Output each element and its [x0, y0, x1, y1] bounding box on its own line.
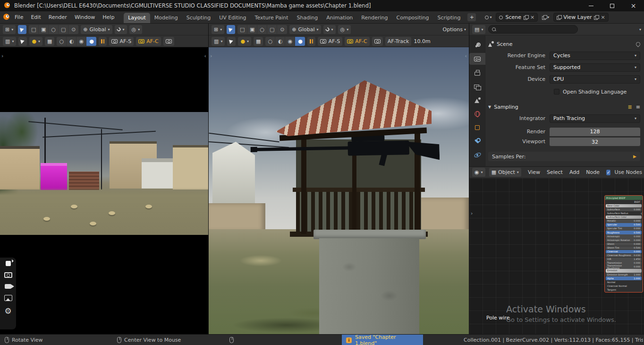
view-layer-selector[interactable]: View Layer × [553, 13, 609, 22]
render-samples-field[interactable]: 128 [550, 128, 640, 136]
workspace-tab[interactable]: Sculpting [182, 13, 215, 23]
menu-item[interactable]: Render [45, 13, 71, 22]
node-input-row[interactable]: Specular Tint 0.000 [606, 227, 642, 231]
node-input-row[interactable]: Specular 0.500 [606, 223, 642, 227]
tab-tool[interactable] [469, 39, 485, 51]
snap-toggle-button[interactable]: ▾ [115, 25, 127, 34]
tab-physics[interactable] [469, 149, 485, 161]
toolbar-expand-icon[interactable]: › [1, 53, 3, 59]
editor-type-button[interactable]: ⊞▾ [3, 25, 16, 34]
preset-icon[interactable]: ≣ [628, 104, 632, 110]
xray-toggle-button[interactable]: ▦ [254, 37, 263, 46]
tab-render[interactable] [469, 53, 485, 65]
minimize-button[interactable] [580, 0, 602, 11]
af-pause-button[interactable] [307, 37, 315, 46]
view-layer-browse-button[interactable]: ▾ [541, 14, 551, 20]
rendered-shading-icon[interactable]: ● [86, 37, 96, 46]
node-output-row[interactable]: BSDF [606, 200, 642, 204]
shader-menu-item[interactable]: Node [583, 168, 602, 176]
editor-type-button[interactable]: ⊞▾ [212, 25, 224, 34]
workspace-tab[interactable]: Animation [322, 13, 357, 23]
snap-toggle-button[interactable]: ▾ [323, 25, 336, 34]
principled-bsdf-node[interactable]: Principled BSDF BSDF Base Color Subsurfa… [604, 195, 643, 293]
menu-item[interactable]: Edit [27, 13, 44, 22]
af-extra-button[interactable] [372, 37, 383, 46]
viewport-3d-content[interactable]: › ‹ [209, 47, 469, 334]
af-track-button[interactable]: AF-Track [385, 37, 412, 46]
workspace-tab[interactable]: Compositing [392, 13, 433, 23]
proportional-edit-button[interactable]: ◎▾ [129, 25, 143, 34]
tab-scene[interactable] [469, 94, 485, 106]
image-tool-icon[interactable] [4, 295, 12, 301]
material-shading-icon[interactable]: ◉ [285, 37, 295, 46]
cursor-tool-icon[interactable]: ⊙ [68, 25, 78, 34]
toolbar-expand-icon[interactable]: › [471, 210, 473, 216]
node-input-row[interactable]: Base Color [606, 204, 642, 208]
workspace-tab[interactable]: Rendering [357, 13, 392, 23]
proportional-edit-button[interactable]: ◎▾ [338, 25, 351, 34]
scene-selector[interactable]: Scene × [496, 13, 538, 22]
circle-select-icon[interactable]: ○ [257, 25, 267, 34]
viewport-samples-field[interactable]: 32 [550, 138, 640, 146]
camera-view-content[interactable]: › ‹ [0, 47, 208, 334]
transform-orientation-dropdown[interactable]: ⊕Global▾ [289, 25, 321, 34]
tweak-mode-icon[interactable]: □ [29, 25, 39, 34]
box-select-icon[interactable]: ▣ [247, 25, 257, 34]
editor-type-button[interactable]: ◉▾ [472, 168, 485, 177]
use-nodes-checkbox[interactable]: ✓ [606, 170, 611, 175]
view-object-types-dropdown[interactable]: ▥▾ [212, 37, 225, 46]
node-input-row[interactable]: Sheen Tint 0.500 [606, 246, 642, 250]
wireframe-shading-icon[interactable]: ○ [265, 37, 275, 46]
node-input-row[interactable]: Clearcoat 0.000 [606, 250, 642, 254]
samples-per-subpanel[interactable]: Samples Per: ▶ [488, 152, 640, 161]
rendered-shading-icon[interactable]: ● [295, 37, 305, 46]
solid-shading-icon[interactable]: ◐ [67, 37, 76, 46]
camera-tool-icon[interactable] [4, 272, 12, 278]
new-scene-icon[interactable] [524, 15, 528, 19]
properties-search-input[interactable] [488, 25, 578, 34]
tab-modifiers[interactable] [469, 135, 485, 147]
gizmo-toggle-button[interactable] [227, 37, 236, 46]
node-input-row[interactable]: Alpha 1.000 [606, 276, 642, 280]
node-input-row[interactable]: Clearcoat Normal [606, 285, 642, 288]
overlays-dropdown[interactable]: ●▾ [238, 37, 251, 46]
workspace-tab[interactable]: Texture Paint [251, 13, 293, 23]
cursor-tool-icon[interactable]: ⊙ [277, 25, 287, 34]
shader-menu-item[interactable]: Add [567, 168, 582, 176]
shader-type-dropdown[interactable]: ▦Object▾ [489, 168, 521, 177]
sampling-panel-header[interactable]: ▼ Sampling ≣≡ [488, 102, 640, 112]
solid-shading-icon[interactable]: ◐ [275, 37, 285, 46]
node-input-row[interactable]: Transmission Roughness 0.000 [606, 265, 642, 269]
node-input-row[interactable]: IOR 1.450 [606, 258, 642, 261]
view-object-types-dropdown[interactable]: ▥▾ [3, 37, 16, 46]
render-engine-dropdown[interactable]: Cycles▾ [550, 52, 640, 60]
toolbar-expand-icon[interactable]: › [210, 53, 212, 59]
transform-orientation-dropdown[interactable]: ⊕Global▾ [81, 25, 112, 34]
sidebar-collapse-icon[interactable]: ‹ [204, 53, 206, 59]
active-tool-button[interactable] [227, 25, 235, 34]
shader-node-editor[interactable]: › ‹ Principled BSDF BSDF Base Color Subs… [469, 178, 644, 334]
tab-object[interactable] [469, 121, 485, 133]
node-input-row[interactable]: Anisotropic 0.000 [606, 234, 642, 238]
focus-distance-value[interactable]: 10.0m [414, 38, 430, 44]
add-workspace-button[interactable]: + [467, 13, 476, 21]
node-input-row[interactable]: Sheen 0.000 [606, 242, 642, 246]
sidebar-collapse-icon[interactable]: ‹ [465, 53, 467, 59]
node-input-row[interactable]: Emission [606, 269, 642, 273]
lasso-select-icon[interactable]: ▢ [59, 25, 68, 34]
active-tool-button[interactable] [18, 25, 26, 34]
app-menu-icon[interactable] [3, 13, 10, 22]
maximize-button[interactable] [602, 0, 623, 11]
node-input-row[interactable]: Subsurface Radius [606, 212, 642, 216]
wireframe-shading-icon[interactable]: ○ [57, 37, 67, 46]
tab-view-layer[interactable] [469, 80, 485, 92]
menu-item[interactable]: File [11, 13, 27, 22]
menu-item[interactable]: Help [99, 13, 118, 22]
workspace-tab[interactable]: Layout [124, 13, 150, 23]
pin-icon[interactable] [635, 41, 641, 47]
device-dropdown[interactable]: CPU▾ [550, 75, 640, 84]
workspace-tab[interactable]: Modeling [150, 13, 182, 23]
workspace-tab[interactable]: UV Editing [215, 13, 250, 23]
panel-menu-icon[interactable]: ≡ [636, 104, 640, 110]
workspace-tab[interactable]: Shading [293, 13, 322, 23]
